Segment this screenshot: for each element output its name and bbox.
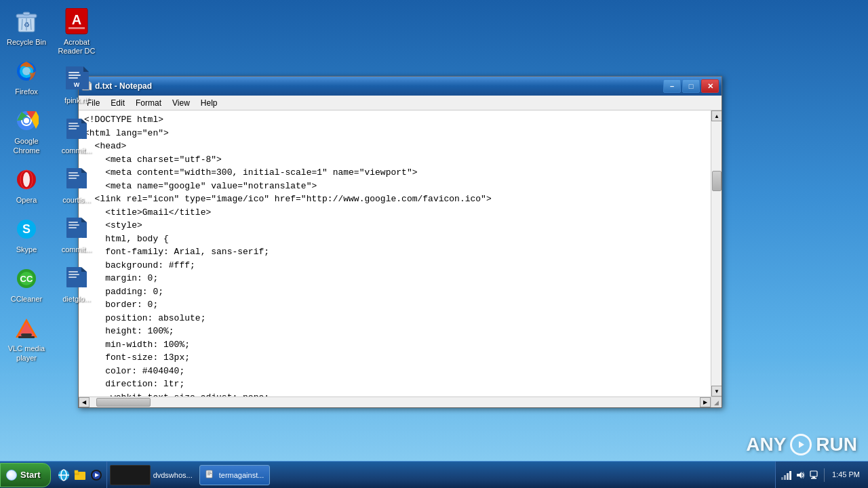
svg-rect-34 [68, 75, 81, 76]
title-bar[interactable]: d.txt - Notepad – □ ✕ [79, 77, 722, 96]
desktop-icon-dietglo[interactable]: dietglo... [53, 262, 100, 306]
watermark-any: ANY [746, 434, 786, 455]
taskbar-dvds-label[interactable]: dvdswhos... [153, 471, 193, 479]
desktop-icon-commit1[interactable]: commit... [53, 114, 100, 158]
svg-rect-87 [810, 471, 817, 476]
svg-text:A: A [72, 12, 81, 27]
svg-rect-89 [811, 478, 816, 479]
minimize-button[interactable]: – [663, 79, 681, 93]
menu-help[interactable]: Help [195, 97, 223, 109]
scroll-thumb[interactable] [712, 171, 722, 191]
desktop-icon-courtis[interactable]: courtis... [53, 163, 100, 207]
tray-icon-network[interactable] [781, 470, 792, 481]
svg-point-16 [23, 172, 30, 187]
desktop: ♻ Recycle Bin Firefox [0, 0, 868, 488]
svg-rect-54 [68, 227, 77, 228]
desktop-icon-vlc[interactable]: VLC media player [3, 312, 50, 365]
acrobat-label: Acrobat Reader DC [56, 38, 98, 56]
svg-marker-86 [797, 472, 802, 479]
vertical-scrollbar[interactable]: ▲ ▼ [711, 110, 722, 396]
svg-rect-45 [81, 173, 87, 188]
text-area-container: <!DOCTYPE html> <html lang="en"> <head> … [79, 110, 722, 396]
desktop-icon-chrome[interactable]: Google Chrome [3, 104, 50, 157]
system-clock[interactable]: 1:45 PM [829, 470, 863, 479]
opera-label: Opera [16, 196, 37, 205]
svg-point-13 [24, 118, 29, 123]
start-orb-icon [6, 470, 17, 481]
fpink-icon: W [63, 66, 90, 94]
svg-rect-2 [23, 12, 30, 15]
notepad-window: d.txt - Notepad – □ ✕ File Edit Format V… [78, 76, 722, 408]
commit1-icon [63, 117, 90, 144]
svg-text:CC: CC [20, 274, 33, 284]
courtis-icon [63, 166, 90, 193]
taskbar-item-notepad[interactable]: termagainst... [199, 465, 271, 485]
svg-rect-42 [68, 128, 77, 129]
menu-format[interactable]: Format [130, 97, 167, 109]
system-tray: 1:45 PM [775, 462, 868, 488]
taskbar: Start [0, 461, 868, 488]
vlc-icon [13, 314, 40, 342]
taskbar-items: dvdswhos... termagainst... [107, 462, 775, 488]
desktop-icon-acrobat[interactable]: A Acrobat Reader DC [53, 5, 100, 58]
taskbar-item-black[interactable] [110, 465, 151, 485]
desktop-icon-commit2[interactable]: commit... [53, 213, 100, 257]
scroll-right-arrow[interactable]: ▶ [700, 397, 711, 407]
desktop-icon-opera[interactable]: Opera [3, 163, 50, 207]
taskbar-notepad-label: termagainst... [219, 471, 264, 479]
start-label: Start [20, 470, 41, 480]
svg-rect-82 [781, 477, 783, 480]
firefox-label: Firefox [15, 87, 38, 96]
close-button[interactable]: ✕ [701, 79, 719, 93]
start-button[interactable]: Start [0, 463, 51, 487]
recycle-bin-label: Recycle Bin [7, 38, 46, 47]
anyrun-watermark: ANY RUN [746, 434, 857, 455]
svg-rect-51 [81, 222, 87, 238]
svg-rect-40 [68, 123, 78, 124]
tray-icon-volume[interactable] [795, 470, 806, 481]
tray-icon-action-center[interactable] [808, 470, 819, 481]
ccleaner-icon: CC [13, 265, 40, 292]
svg-marker-44 [81, 168, 87, 173]
notepad-title-text: d.txt - Notepad [95, 81, 663, 91]
horizontal-scrollbar[interactable]: ◀ ▶ ◢ [79, 396, 722, 407]
scroll-down-arrow[interactable]: ▼ [711, 386, 722, 396]
desktop-icon-skype[interactable]: S Skype [3, 213, 50, 257]
quick-launch-ie[interactable] [56, 468, 71, 483]
watermark-play-icon [790, 434, 812, 455]
desktop-icons-col2: A Acrobat Reader DC W fpink.rtf [53, 5, 100, 306]
svg-marker-31 [83, 66, 89, 72]
maximize-button[interactable]: □ [682, 79, 700, 93]
quick-launch-explorer[interactable] [73, 468, 87, 483]
menu-bar: File Edit Format View Help [79, 96, 722, 110]
scroll-up-arrow[interactable]: ▲ [711, 110, 722, 121]
svg-rect-80 [208, 473, 212, 474]
desktop-icon-firefox[interactable]: Firefox [3, 55, 50, 99]
hscroll-thumb[interactable] [96, 398, 151, 407]
svg-rect-74 [75, 470, 78, 473]
scroll-left-arrow[interactable]: ◀ [79, 397, 90, 407]
svg-rect-59 [68, 274, 79, 275]
desktop-icon-ccleaner[interactable]: CC CCleaner [3, 262, 50, 306]
svg-rect-46 [68, 172, 78, 174]
svg-rect-35 [68, 77, 78, 79]
svg-marker-68 [799, 441, 804, 448]
svg-text:W: W [74, 81, 80, 88]
svg-rect-81 [208, 474, 210, 475]
menu-view[interactable]: View [167, 97, 195, 109]
skype-icon: S [13, 216, 40, 243]
dietglo-label: dietglo... [62, 295, 91, 304]
svg-rect-39 [81, 123, 87, 139]
desktop-icon-fpink[interactable]: W fpink.rtf [53, 64, 100, 108]
menu-edit[interactable]: Edit [105, 97, 130, 109]
fpink-label: fpink.rtf [64, 96, 89, 105]
ccleaner-label: CCleaner [11, 295, 42, 304]
svg-rect-48 [68, 178, 77, 179]
svg-rect-33 [68, 72, 79, 73]
desktop-icon-recycle-bin[interactable]: ♻ Recycle Bin [3, 5, 50, 49]
hscroll-track [90, 397, 700, 407]
notepad-text-content[interactable]: <!DOCTYPE html> <html lang="en"> <head> … [79, 110, 711, 396]
svg-rect-88 [812, 476, 815, 478]
opera-icon [13, 166, 40, 193]
quick-launch-wmp[interactable] [89, 468, 104, 483]
